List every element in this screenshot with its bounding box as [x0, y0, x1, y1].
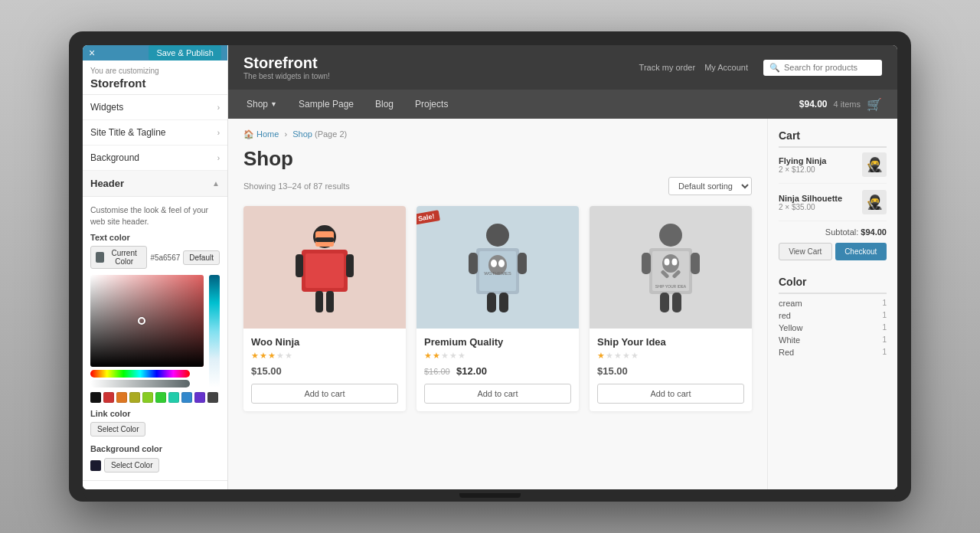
svg-rect-6: [346, 254, 354, 277]
filter-item[interactable]: White 1: [779, 335, 887, 345]
svg-text:SHIP YOUR IDEA: SHIP YOUR IDEA: [655, 284, 687, 289]
product-name: Woo Ninja: [251, 336, 398, 348]
bg-select-color-button[interactable]: Select Color: [104, 458, 159, 473]
swatch-teal[interactable]: [168, 392, 179, 403]
breadcrumb-home[interactable]: 🏠 Home: [243, 129, 279, 139]
hue-slider[interactable]: [90, 370, 190, 378]
products-grid: Woo Ninja ★ ★ ★ ★ ★ $15.00: [243, 206, 752, 411]
default-button[interactable]: Default: [183, 250, 220, 265]
swatch-purple[interactable]: [194, 392, 205, 403]
bg-color-swatch: [90, 460, 101, 471]
price-row: $16.00 $12.00: [424, 364, 571, 378]
text-color-label: Text color: [90, 233, 220, 242]
svg-point-25: [672, 259, 678, 266]
premium-quality-svg: WGTHEMES: [467, 217, 528, 317]
nav-item-background[interactable]: Background ›: [83, 146, 227, 171]
site-title: Storefront: [243, 54, 624, 72]
svg-point-24: [665, 259, 670, 266]
text-color-row: Current Color #5a6567 Default: [90, 246, 220, 269]
add-to-cart-button[interactable]: Add to cart: [597, 384, 744, 404]
swatch-red[interactable]: [103, 392, 114, 403]
svg-rect-30: [691, 253, 700, 274]
alpha-slider[interactable]: [90, 380, 190, 387]
chevron-right-icon: ›: [217, 154, 220, 162]
old-price: $16.00: [424, 367, 450, 376]
subtotal-value: $94.00: [861, 227, 887, 237]
svg-rect-20: [659, 224, 682, 247]
nav-item-widgets[interactable]: Widgets ›: [83, 95, 227, 120]
product-info: Woo Ninja ★ ★ ★ ★ ★ $15.00: [243, 329, 406, 411]
woo-ninja-svg: [294, 217, 355, 317]
right-sidebar: Cart Flying Ninja 2 × $12.00 🥷 Ninja Sil…: [767, 119, 897, 489]
product-image: SHIP YOUR IDEA: [590, 206, 752, 329]
cart-item-qty: 2 × $12.00: [779, 165, 856, 174]
nav-item-footer[interactable]: Footer ›: [83, 481, 227, 489]
save-publish-button[interactable]: Save & Publish: [149, 45, 221, 60]
nav-cart: $94.00 4 items 🛒: [799, 97, 882, 112]
add-to-cart-button[interactable]: Add to cart: [251, 384, 398, 404]
sort-select[interactable]: Default sorting: [668, 177, 752, 195]
dropdown-icon: ▼: [270, 100, 277, 108]
link-select-color-button[interactable]: Select Color: [90, 422, 145, 437]
cart-item-name: Ninja Silhouette: [779, 194, 856, 203]
track-order-link[interactable]: Track my order: [639, 63, 696, 72]
swatch-green[interactable]: [155, 392, 166, 403]
chevron-up-icon: ▲: [212, 179, 220, 188]
nav-item-sample[interactable]: Sample Page: [296, 99, 357, 110]
cart-item-name: Flying Ninja: [779, 156, 856, 165]
product-card: SHIP YOUR IDEA Ship You: [590, 206, 752, 411]
nav-item-shop[interactable]: Shop ▼: [243, 99, 280, 110]
panel-topbar: × Save & Publish: [83, 45, 227, 60]
svg-rect-9: [486, 224, 509, 247]
header-section-toggle[interactable]: Header ▲: [83, 171, 227, 197]
filter-item[interactable]: Yellow 1: [779, 323, 887, 332]
filter-item[interactable]: red 1: [779, 311, 887, 320]
filter-item[interactable]: Red 1: [779, 348, 887, 357]
svg-rect-18: [487, 293, 496, 312]
svg-rect-8: [326, 291, 334, 312]
current-color-button[interactable]: Current Color: [90, 246, 147, 269]
ship-your-idea-svg: SHIP YOUR IDEA: [640, 217, 701, 317]
color-picker[interactable]: [90, 275, 220, 387]
svg-rect-2: [305, 253, 344, 288]
product-name: Premium Quality: [424, 336, 571, 348]
swatch-orange[interactable]: [116, 392, 127, 403]
my-account-link[interactable]: My Account: [704, 63, 748, 72]
close-button[interactable]: ×: [89, 47, 95, 59]
chevron-right-icon: ›: [217, 103, 220, 112]
cart-widget-title: Cart: [779, 129, 887, 148]
color-swatches: [90, 392, 220, 403]
view-cart-button[interactable]: View Cart: [779, 243, 832, 260]
shop-title: Shop: [243, 147, 752, 171]
svg-rect-32: [672, 293, 681, 312]
product-name: Ship Your Idea: [597, 336, 744, 348]
cart-item-image: 🥷: [862, 190, 887, 214]
hue-strip[interactable]: [209, 275, 220, 387]
header-section-content: Customise the look & feel of your web si…: [83, 197, 227, 481]
add-to-cart-button[interactable]: Add to cart: [424, 384, 571, 404]
breadcrumb: 🏠 Home › Shop (Page 2): [243, 129, 752, 139]
swatch-olive[interactable]: [129, 392, 140, 403]
filter-item[interactable]: cream 1: [779, 299, 887, 308]
swatch-black[interactable]: [90, 392, 101, 403]
nav-item-site-title[interactable]: Site Title & Tagline ›: [83, 120, 227, 146]
site-header: Storefront The best widgets in town! Tra…: [228, 45, 897, 90]
checkout-button[interactable]: Checkout: [835, 243, 887, 260]
breadcrumb-shop[interactable]: Shop: [292, 129, 315, 139]
nav-item-blog[interactable]: Blog: [372, 99, 397, 110]
color-gradient-picker[interactable]: [90, 275, 204, 367]
star-rating: ★ ★ ★ ★ ★: [597, 351, 744, 361]
swatch-darkgray[interactable]: [207, 392, 218, 403]
product-image: Sale! WGTHEME: [416, 206, 579, 329]
star-rating: ★ ★ ★ ★ ★: [251, 351, 398, 361]
gradient-dark: [90, 275, 204, 367]
swatch-blue[interactable]: [181, 392, 192, 403]
chevron-right-icon: ›: [217, 129, 220, 137]
svg-rect-31: [660, 293, 669, 312]
cart-icon[interactable]: 🛒: [867, 97, 882, 112]
search-input[interactable]: [784, 63, 876, 72]
background-color-row: Select Color: [90, 458, 220, 473]
link-color-label: Link color: [90, 409, 220, 418]
swatch-lime[interactable]: [142, 392, 153, 403]
nav-item-projects[interactable]: Projects: [412, 99, 451, 110]
